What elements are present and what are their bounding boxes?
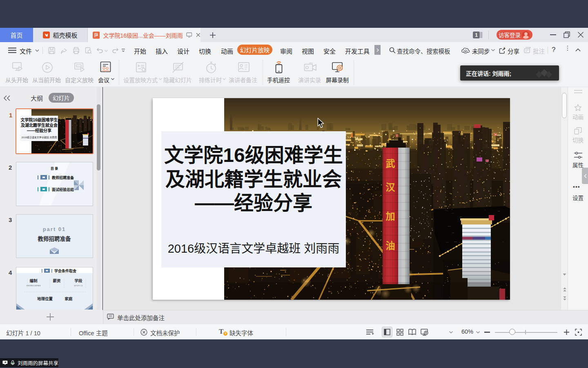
svg-text:学会条件取舍: 学会条件取舍 xyxy=(54,269,77,273)
svg-text:2016级汉语言文学卓越班 刘雨雨: 2016级汉语言文学卓越班 刘雨雨 xyxy=(21,136,57,139)
svg-text:教师招聘准备: 教师招聘准备 xyxy=(38,236,71,242)
svg-text:part 01: part 01 xyxy=(43,226,66,232)
svg-text:地理位置: 地理位置 xyxy=(37,296,53,301)
svg-text:及湖北籍学生就业会: 及湖北籍学生就业会 xyxy=(21,123,58,128)
svg-text:——经验分享: ——经验分享 xyxy=(27,128,51,133)
svg-text:文学院16级困难学生: 文学院16级困难学生 xyxy=(20,117,58,122)
svg-text:学段: 学段 xyxy=(74,278,82,283)
svg-text:家庭: 家庭 xyxy=(65,296,73,301)
svg-text:武: 武 xyxy=(386,158,395,169)
svg-text:面试经验总结: 面试经验总结 xyxy=(52,187,74,192)
svg-text:教师招聘准备: 教师招聘准备 xyxy=(51,175,74,180)
svg-text:薪资: 薪资 xyxy=(53,278,61,283)
svg-text:油: 油 xyxy=(386,240,395,251)
svg-text:高中初中小学: 高中初中小学 xyxy=(74,285,83,287)
svg-text:目 录: 目 录 xyxy=(51,167,58,171)
svg-text:汉: 汉 xyxy=(386,182,396,193)
svg-text:编制内教师与编外教师: 编制内教师与编外教师 xyxy=(27,285,41,287)
svg-text:编制: 编制 xyxy=(29,278,38,283)
svg-text:加: 加 xyxy=(385,211,395,222)
